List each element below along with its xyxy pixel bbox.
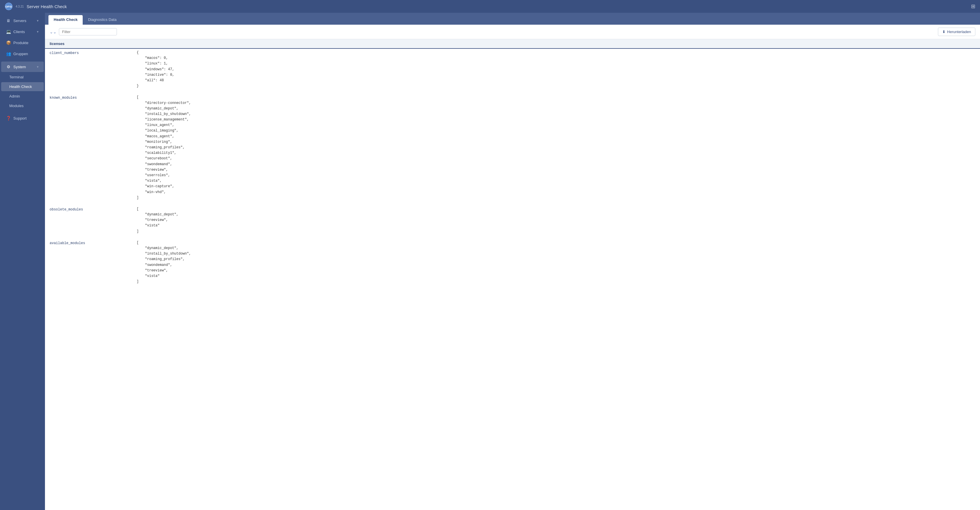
gruppen-icon: 👥: [6, 51, 11, 56]
page-title: Server Health Check: [27, 4, 67, 9]
sidebar-item-gruppen-label: Gruppen: [13, 52, 28, 56]
data-key-known-modules: known_modules: [49, 95, 137, 101]
data-value-obsolete-modules: [ "dynamic_depot", "treeview", "vista" ]: [137, 206, 975, 234]
download-icon: ⬇: [942, 30, 945, 34]
servers-icon: 🖥: [6, 18, 11, 23]
download-button[interactable]: ⬇ Herunterladen: [938, 27, 975, 36]
filter-toggle-icon[interactable]: ⌄⌄: [49, 30, 57, 34]
sidebar: 🖥 Servers ▼ 💻 Clients ▼ 📦 Produkte 👥 Gru…: [0, 13, 45, 510]
chevron-icon-clients: ▼: [36, 30, 39, 33]
data-key-client-numbers: client_numbers: [49, 50, 137, 56]
sidebar-item-system-label: System: [13, 65, 26, 69]
sidebar-item-gruppen[interactable]: 👥 Gruppen: [1, 48, 44, 59]
sidebar-sub-health-check-label: Health Check: [9, 84, 32, 89]
sidebar-sub-item-health-check[interactable]: Health Check: [1, 82, 44, 91]
svg-text:OPSi: OPSi: [5, 5, 12, 8]
logo: OPSi 4.3.21: [5, 2, 24, 10]
data-row-obsolete-modules: obsolete_modules [ "dynamic_depot", "tre…: [45, 205, 980, 236]
sidebar-item-servers-label: Servers: [13, 19, 26, 23]
sidebar-sub-item-modules[interactable]: Modules: [1, 101, 44, 110]
sidebar-item-clients[interactable]: 💻 Clients ▼: [1, 26, 44, 37]
sidebar-item-servers[interactable]: 🖥 Servers ▼: [1, 15, 44, 26]
sidebar-item-produkte[interactable]: 📦 Produkte: [1, 37, 44, 48]
chevron-icon-system: ▼: [36, 65, 39, 69]
sidebar-item-support[interactable]: ❓ Support: [1, 113, 44, 123]
system-icon: ⚙: [6, 64, 11, 69]
data-row-client-numbers: client_numbers { "macos": 0, "linux": 1,…: [45, 49, 980, 90]
chevron-icon: ▼: [36, 19, 39, 22]
section-header: licenses: [45, 39, 980, 49]
sidebar-sub-item-terminal[interactable]: Terminal: [1, 73, 44, 81]
support-icon: ❓: [6, 116, 11, 121]
sidebar-item-system[interactable]: ⚙ System ▼: [1, 62, 44, 72]
clients-icon: 💻: [6, 29, 11, 34]
tab-diagnostics-data[interactable]: Diagnostics Data: [83, 15, 122, 25]
grid-icon[interactable]: ⊞: [971, 3, 975, 10]
topbar-right: ⊞: [971, 3, 975, 10]
tabs-bar: Health Check Diagnostics Data: [45, 13, 980, 25]
data-content: licenses client_numbers { "macos": 0, "l…: [45, 39, 980, 510]
main-layout: 🖥 Servers ▼ 💻 Clients ▼ 📦 Produkte 👥 Gru…: [0, 13, 980, 510]
section-name: licenses: [49, 41, 64, 46]
sidebar-sub-admin-label: Admin: [9, 94, 20, 99]
sidebar-item-support-label: Support: [13, 116, 27, 121]
sidebar-item-produkte-label: Produkte: [13, 41, 29, 45]
sidebar-sub-item-admin[interactable]: Admin: [1, 92, 44, 101]
filter-left: ⌄⌄: [49, 28, 117, 35]
data-value-client-numbers: { "macos": 0, "linux": 1, "windows": 47,…: [137, 50, 975, 89]
content-area: Health Check Diagnostics Data ⌄⌄ ⬇ Herun…: [45, 13, 980, 510]
filter-bar: ⌄⌄ ⬇ Herunterladen: [45, 25, 980, 39]
data-value-known-modules: [ "directory-connector", "dynamic_depot"…: [137, 95, 975, 201]
filter-input[interactable]: [62, 30, 114, 34]
sidebar-item-clients-label: Clients: [13, 30, 25, 34]
data-row-available-modules: available_modules [ "dynamic_depot", "in…: [45, 239, 980, 290]
sidebar-sub-modules-label: Modules: [9, 104, 24, 108]
version-badge: 4.3.21: [16, 5, 24, 8]
sidebar-sub-terminal-label: Terminal: [9, 75, 24, 79]
produkte-icon: 📦: [6, 40, 11, 45]
tab-health-check[interactable]: Health Check: [48, 15, 83, 25]
data-row-known-modules: known_modules [ "directory-connector", "…: [45, 94, 980, 202]
data-value-available-modules: [ "dynamic_depot", "install_by_shutdown"…: [137, 240, 975, 285]
topbar-left: OPSi 4.3.21 Server Health Check: [5, 2, 67, 10]
logo-icon: OPSi: [5, 2, 13, 10]
data-key-available-modules: available_modules: [49, 240, 137, 246]
data-key-obsolete-modules: obsolete_modules: [49, 206, 137, 212]
download-label: Herunterladen: [947, 30, 971, 34]
topbar: OPSi 4.3.21 Server Health Check ⊞: [0, 0, 980, 13]
filter-input-wrapper: [59, 28, 117, 35]
